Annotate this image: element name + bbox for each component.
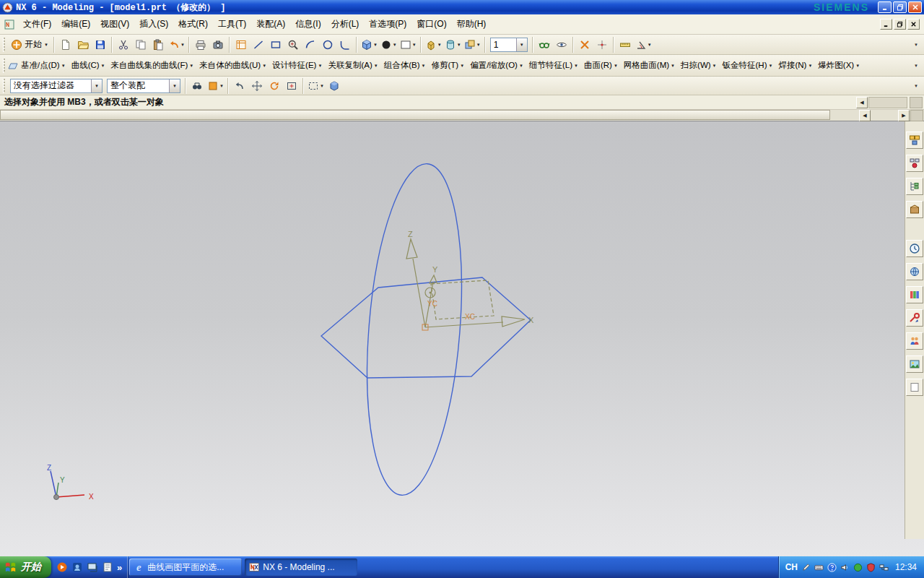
feature-combine[interactable]: 组合体(B)▼ bbox=[381, 57, 429, 74]
paste-button[interactable] bbox=[149, 36, 167, 53]
visibility-button[interactable] bbox=[553, 36, 570, 53]
start-menu-button[interactable]: 开始 ▼ bbox=[8, 36, 51, 53]
cue-scroll-left-button[interactable]: ◀ bbox=[856, 97, 868, 108]
measure-angle-button[interactable]: ▼ bbox=[634, 36, 653, 53]
feature-surface[interactable]: 曲面(R)▼ bbox=[581, 57, 621, 74]
rectangle-select-button[interactable]: ▼ bbox=[306, 77, 326, 95]
close-button[interactable] bbox=[908, 1, 922, 13]
find-button[interactable] bbox=[188, 77, 206, 95]
reuse-library-button[interactable] bbox=[906, 201, 923, 218]
feature-offset-scale[interactable]: 偏置/缩放(O)▼ bbox=[467, 57, 526, 74]
pen-icon[interactable] bbox=[801, 563, 811, 572]
scene-materials-button[interactable] bbox=[906, 355, 923, 373]
orbit-button[interactable]: ▼ bbox=[379, 36, 398, 53]
toolbar-grip[interactable] bbox=[3, 59, 5, 73]
messenger-icon[interactable] bbox=[71, 561, 83, 573]
cut-button[interactable] bbox=[115, 36, 132, 53]
scroll-left-button[interactable]: ◀ bbox=[859, 110, 871, 121]
notes-icon[interactable] bbox=[102, 561, 113, 573]
feature-sheet-metal[interactable]: 钣金特征(H)▼ bbox=[720, 57, 776, 74]
save-button[interactable] bbox=[92, 36, 109, 53]
toolbar-overflow-button[interactable]: ▼ bbox=[911, 84, 921, 88]
feature-detail-feature[interactable]: 细节特征(L)▼ bbox=[526, 57, 581, 74]
network-icon[interactable] bbox=[879, 563, 889, 572]
volume-icon[interactable] bbox=[840, 563, 850, 572]
measure-distance-button[interactable] bbox=[616, 36, 634, 53]
toolbar-grip[interactable] bbox=[3, 38, 5, 52]
undo-button[interactable]: ▼ bbox=[167, 36, 186, 53]
feature-curve[interactable]: 曲线(C)▼ bbox=[69, 57, 108, 74]
status-green-icon[interactable] bbox=[853, 563, 863, 572]
menu-file[interactable]: 文件(F) bbox=[18, 16, 56, 33]
taskbar-task-ie[interactable]: e 曲线画图平面的选... bbox=[129, 558, 242, 576]
render-style-button[interactable]: ▼ bbox=[359, 36, 379, 53]
menu-assemblies[interactable]: 装配(A) bbox=[251, 16, 290, 33]
menu-analysis[interactable]: 分析(L) bbox=[326, 16, 365, 33]
feature-exploded-view[interactable]: 爆炸图(X)▼ bbox=[815, 57, 863, 74]
language-indicator[interactable]: CH bbox=[785, 562, 798, 572]
menu-preferences[interactable]: 首选项(P) bbox=[364, 16, 411, 33]
dropdown-arrow-icon[interactable]: ▼ bbox=[169, 79, 180, 92]
open-button[interactable] bbox=[74, 36, 92, 53]
selection-scope-combo[interactable]: 整个装配 ▼ bbox=[107, 79, 180, 93]
dropdown-arrow-icon[interactable]: ▼ bbox=[91, 79, 102, 92]
pan-view-button[interactable] bbox=[248, 77, 266, 95]
rectangle-button[interactable] bbox=[267, 36, 284, 53]
assembly-navigator-button[interactable] bbox=[906, 131, 923, 149]
feature-curve-from-curves[interactable]: 来自曲线集的曲线(F)▼ bbox=[108, 57, 197, 74]
menu-help[interactable]: 帮助(H) bbox=[452, 16, 492, 33]
boolean-button[interactable]: ▼ bbox=[463, 36, 482, 53]
start-button[interactable]: 开始 bbox=[0, 556, 51, 578]
feature-design-feature[interactable]: 设计特征(E)▼ bbox=[269, 57, 325, 74]
show-desktop-icon[interactable] bbox=[87, 561, 98, 573]
snap-point-button[interactable] bbox=[593, 36, 611, 53]
menu-format[interactable]: 格式(R) bbox=[173, 16, 213, 33]
menu-information[interactable]: 信息(I) bbox=[290, 16, 326, 33]
mdi-minimize-button[interactable] bbox=[880, 19, 892, 30]
scrollbar-thumb[interactable] bbox=[0, 110, 830, 120]
shield-icon[interactable] bbox=[866, 563, 876, 572]
roles-button[interactable] bbox=[906, 332, 923, 350]
selection-filter-combo[interactable]: 没有选择过滤器 ▼ bbox=[10, 79, 103, 93]
rotate-view-button[interactable] bbox=[266, 77, 283, 95]
minimize-button[interactable] bbox=[878, 1, 892, 13]
toolbar-overflow-button[interactable]: ▼ bbox=[911, 64, 921, 68]
extrude-button[interactable]: ▼ bbox=[424, 36, 443, 53]
help-icon[interactable] bbox=[827, 563, 837, 572]
arc-button[interactable] bbox=[302, 36, 319, 53]
copy-button[interactable] bbox=[132, 36, 149, 53]
selection-priority-button[interactable]: ▼ bbox=[206, 77, 225, 95]
print-button[interactable] bbox=[192, 36, 209, 53]
feature-weld[interactable]: 焊接(N)▼ bbox=[775, 57, 815, 74]
previous-selection-button[interactable] bbox=[231, 77, 248, 95]
touch-mode-button[interactable] bbox=[906, 379, 923, 396]
clock[interactable]: 12:34 bbox=[895, 562, 917, 572]
feature-associative-copy[interactable]: 关联复制(A)▼ bbox=[325, 57, 380, 74]
zoom-button[interactable] bbox=[284, 36, 302, 53]
scroll-right-button[interactable]: ▶ bbox=[898, 110, 910, 121]
glasses-button[interactable] bbox=[536, 36, 553, 53]
revolve-button[interactable]: ▼ bbox=[443, 36, 463, 53]
fillet-button[interactable] bbox=[336, 36, 354, 53]
mdi-close-button[interactable] bbox=[907, 19, 920, 30]
layer-combo[interactable]: 1 ▼ bbox=[490, 38, 528, 52]
menu-view[interactable]: 视图(V) bbox=[95, 16, 134, 33]
graphics-scene[interactable]: Z Y X YC XC Z Y X bbox=[0, 121, 924, 556]
history-button[interactable] bbox=[906, 240, 923, 257]
keyboard-icon[interactable] bbox=[814, 563, 824, 572]
part-navigator-button[interactable] bbox=[906, 178, 923, 195]
mdi-restore-button[interactable] bbox=[894, 19, 906, 30]
process-studio-button[interactable] bbox=[906, 309, 923, 327]
web-browser-button[interactable] bbox=[906, 263, 923, 280]
hd3d-tools-button[interactable] bbox=[906, 286, 923, 303]
cue-scroll-track[interactable] bbox=[868, 97, 907, 108]
horizontal-scrollbar[interactable]: ◀ ▶ bbox=[0, 110, 924, 121]
feature-curve-from-bodies[interactable]: 来自体的曲线(U)▼ bbox=[196, 57, 269, 74]
graphics-viewport[interactable]: Z Y X YC XC Z Y X bbox=[0, 121, 924, 556]
snapshot-button[interactable] bbox=[209, 36, 227, 53]
quick-launch-overflow[interactable]: » bbox=[117, 562, 122, 573]
ellipse-curve[interactable] bbox=[356, 160, 473, 499]
toolbar-grip[interactable] bbox=[3, 79, 5, 93]
menu-insert[interactable]: 插入(S) bbox=[134, 16, 173, 33]
menu-edit[interactable]: 编辑(E) bbox=[56, 16, 95, 33]
